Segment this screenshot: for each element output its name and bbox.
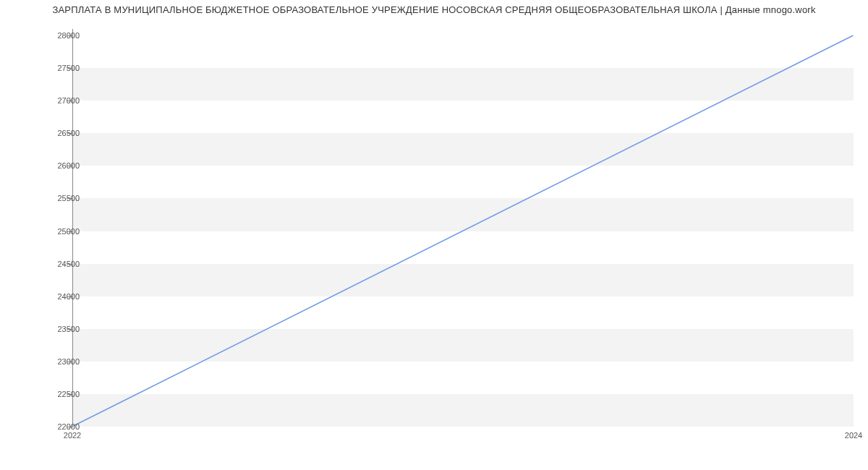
chart-container: ЗАРПЛАТА В МУНИЦИПАЛЬНОЕ БЮДЖЕТНОЕ ОБРАЗ…: [0, 0, 868, 470]
y-tick-label: 25000: [36, 227, 80, 236]
x-tick-label: 2024: [845, 431, 862, 440]
y-tick-label: 22500: [36, 390, 80, 398]
y-tick-label: 27000: [36, 96, 80, 105]
chart-title: ЗАРПЛАТА В МУНИЦИПАЛЬНОЕ БЮДЖЕТНОЕ ОБРАЗ…: [0, 4, 868, 15]
y-tick-label: 23000: [36, 357, 80, 366]
y-tick-label: 26000: [36, 161, 80, 170]
y-tick-label: 27500: [36, 64, 80, 72]
y-tick-label: 26500: [36, 129, 80, 137]
y-tick-label: 25500: [36, 194, 80, 202]
line-layer: [73, 29, 854, 426]
y-tick-label: 23500: [36, 325, 80, 333]
y-tick-label: 24500: [36, 260, 80, 268]
y-tick-label: 28000: [36, 31, 80, 40]
plot-area: [72, 29, 854, 427]
series-line: [73, 35, 853, 426]
y-tick-label: 24000: [36, 292, 80, 301]
x-tick-label: 2022: [64, 431, 81, 440]
y-tick-label: 22000: [36, 422, 80, 431]
